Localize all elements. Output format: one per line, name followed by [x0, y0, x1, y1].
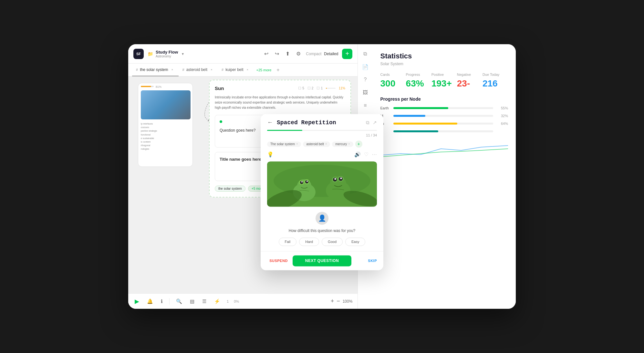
side-icon-list[interactable]: ≡ — [359, 100, 371, 111]
progress-node-list: Earth 55% M 32% Ju 64% — [380, 106, 508, 133]
meta-count-3: 1 — [321, 86, 323, 90]
search-button[interactable]: 🔍 — [175, 297, 183, 306]
progress-bar-fill — [326, 88, 327, 89]
tab-kuiper-belt[interactable]: # kuiper belt × — [218, 64, 254, 76]
tab-hash-icon: # — [182, 68, 184, 72]
node-item-ju: Ju 64% — [380, 122, 508, 126]
share-button[interactable]: ⚡ — [213, 297, 222, 306]
chart-svg — [380, 142, 508, 158]
node-bar-fill — [393, 130, 438, 132]
stat-positive-value: 193+ — [431, 78, 457, 89]
node-label-earth: Earth — [380, 106, 390, 110]
bottom-toolbar: ▶ 🔔 ℹ 🔍 ▤ ☰ ⚡ 1 0% + − 100% — [128, 293, 358, 309]
undo-button[interactable]: ↩ — [263, 49, 270, 58]
sr-skip-button[interactable]: SKIP — [373, 259, 377, 263]
tab-add-button[interactable]: + — [274, 67, 282, 73]
app-title-section[interactable]: 📁 Study Flow Astronomy ▾ — [148, 50, 186, 58]
card-count: 1 — [227, 299, 229, 303]
sr-counter: 11 / 34 — [373, 133, 384, 137]
node-pct-ju: 64% — [496, 122, 508, 126]
side-icon-image[interactable]: 🖼 — [359, 87, 371, 98]
filter-button[interactable]: ▤ — [189, 297, 196, 306]
tab-close-icon[interactable]: × — [170, 67, 175, 72]
export-button[interactable]: ⬆ — [284, 49, 291, 58]
zoom-level: 100% — [343, 299, 353, 304]
stat-negative-label: Negative — [457, 73, 483, 76]
app-title-group: Study Flow Astronomy — [156, 50, 178, 58]
card-header: Sun ☐ 5 ☐ 2 ☐ 1 — [215, 86, 345, 91]
node-bar-track — [393, 130, 493, 132]
spaced-repetition-modal: ← Spaced Repetition ⧉ ↗ 11 / 34 The sola… — [373, 114, 384, 270]
stat-due-today: Due Today 216 — [483, 73, 508, 89]
card-text: ly interfacesocessespective strategicfun… — [141, 122, 190, 151]
node-bar-track — [393, 115, 493, 117]
meta-item-3: ☐ 1 — [317, 86, 323, 90]
side-icon-copy[interactable]: ⧉ — [359, 48, 371, 60]
app-title: Study Flow — [156, 50, 178, 55]
node-pct-earth: 55% — [496, 106, 508, 110]
progress-fill — [141, 86, 151, 87]
stat-positive: Positive 193+ — [431, 73, 457, 89]
tab-asteroid-belt[interactable]: # asteroid belt × — [179, 64, 218, 76]
stat-positive-label: Positive — [431, 73, 457, 76]
tag-solar-system[interactable]: the solar system — [215, 186, 245, 192]
tab-label: kuiper belt — [225, 67, 243, 72]
sr-header-icons: ⧉ ↗ — [373, 120, 377, 126]
app-logo: SF — [133, 49, 144, 59]
divider — [169, 298, 170, 305]
tab-hash-icon: # — [136, 68, 138, 72]
sr-more-icon[interactable]: ⋯ — [373, 151, 377, 157]
node-bar-track — [393, 123, 493, 125]
zoom-out-button[interactable]: − — [337, 298, 340, 305]
detailed-label[interactable]: Detailed — [324, 52, 338, 56]
tab-close-icon[interactable]: × — [245, 67, 250, 72]
play-button[interactable]: ▶ — [133, 297, 140, 306]
settings-button[interactable]: ⚙ — [295, 49, 302, 58]
add-button[interactable]: + — [342, 49, 352, 59]
list-button[interactable]: ☰ — [201, 297, 208, 306]
zoom-in-button[interactable]: + — [331, 298, 334, 305]
progress-pct: 11% — [339, 86, 345, 90]
tab-solar-system[interactable]: # the solar system × — [132, 64, 179, 76]
folder-icon: 📁 — [148, 51, 153, 56]
sr-tags: The solar system × asteroid belt × mercu… — [373, 140, 384, 147]
sr-share-icon[interactable]: ↗ — [373, 120, 377, 126]
redo-button[interactable]: ↪ — [274, 49, 280, 58]
bg-card-progress-bar — [141, 86, 154, 87]
tab-hash-icon: # — [222, 68, 223, 72]
stat-due-label: Due Today — [483, 73, 508, 76]
tabs-bar: # the solar system × # asteroid belt × #… — [128, 64, 358, 76]
card-title: Sun — [215, 86, 224, 91]
tab-label: the solar system — [140, 67, 168, 72]
stats-subtitle: Solar System — [380, 62, 508, 66]
progress-per-node-title: Progress per Node — [380, 96, 508, 102]
info-button[interactable]: ℹ — [160, 297, 164, 306]
node-item-earth: Earth 55% — [380, 106, 508, 110]
chevron-down-icon: ▾ — [182, 52, 184, 56]
tabs-more-button[interactable]: +25 more — [254, 68, 274, 72]
stats-grid: Cards 300 Progress 63% Positive 193+ Neg… — [380, 73, 508, 89]
progress-label: 81% — [156, 85, 161, 88]
compact-label[interactable]: Compact — [306, 52, 321, 56]
node-item-t: T — [380, 129, 508, 133]
app-subtitle: Astronomy — [156, 55, 178, 58]
meta-count-2: 2 — [312, 86, 314, 90]
sr-avatar-row: 👤 — [373, 212, 384, 225]
sr-card-image — [373, 161, 377, 207]
sr-progress-line — [373, 130, 377, 131]
card-progress-bar — [326, 88, 336, 89]
app-header: SF 📁 Study Flow Astronomy ▾ ↩ ↪ ⬆ ⚙ Comp… — [128, 44, 358, 64]
meta-count-1: 5 — [302, 86, 304, 90]
stats-title: Statistics — [380, 52, 508, 60]
header-actions: ↩ ↪ ⬆ ⚙ Compact Detailed + — [263, 49, 352, 59]
stat-due-value: 216 — [483, 78, 508, 89]
side-icon-question[interactable]: ? — [359, 74, 371, 86]
tab-close-icon[interactable]: × — [209, 67, 214, 72]
meta-item-2: ☐ 2 — [307, 86, 314, 90]
sr-difficulty-buttons: Fail Hard Good Easy — [373, 237, 384, 246]
frog-illustration — [373, 161, 377, 207]
stat-progress-value: 63% — [406, 78, 431, 89]
notification-button[interactable]: 🔔 — [146, 297, 154, 306]
side-icon-note[interactable]: 📄 — [359, 61, 371, 73]
card-description: Intrinsically incubate error-free applic… — [215, 95, 345, 110]
